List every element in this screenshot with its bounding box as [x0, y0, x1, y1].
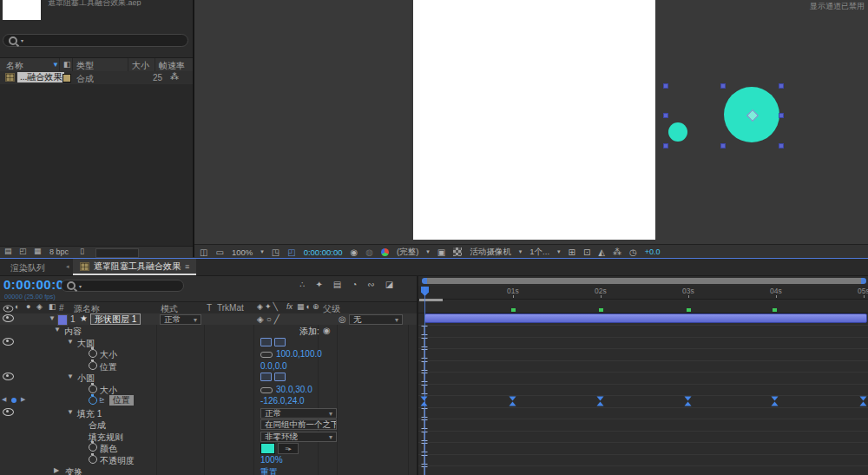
property-row-color[interactable]: 颜色 ≡▸ — [0, 442, 417, 453]
view-count-value[interactable]: 1个... — [529, 247, 549, 258]
group-blend-icons[interactable] — [260, 338, 286, 346]
column-fps[interactable]: 帧速率 — [159, 60, 185, 72]
magnification-caret[interactable]: ▾ — [260, 248, 264, 255]
new-composition-icon[interactable]: ▦ — [34, 247, 42, 255]
group-row-small-circle[interactable]: ▼ 小圆 — [0, 372, 417, 383]
property-row-size[interactable]: 大小 100.0,100.0 — [0, 348, 417, 360]
group-row-big-circle[interactable]: ▼ 大圆 — [0, 337, 417, 348]
interpret-footage-icon[interactable]: ▤ — [4, 247, 12, 255]
selection-handle[interactable] — [779, 83, 784, 89]
search-options-caret[interactable]: ▾ — [21, 37, 23, 43]
contents-label[interactable]: 内容 — [64, 326, 82, 338]
fast-previews-icon[interactable]: ◭ — [598, 247, 605, 257]
show-channel-icon[interactable] — [381, 248, 389, 256]
contents-row[interactable]: ▼ 内容 添加: ◉ — [0, 325, 417, 336]
region-of-interest-icon[interactable]: ◳ — [272, 247, 279, 257]
exposure-value[interactable]: +0.0 — [645, 247, 661, 256]
property-row-composite[interactable]: 合成 在同组中前一个之下▾ — [0, 419, 417, 430]
keyframe-icon[interactable] — [685, 397, 693, 406]
always-preview-icon[interactable]: ◫ — [200, 247, 207, 257]
magnification-value[interactable]: 100% — [232, 247, 253, 257]
property-value[interactable]: -126.0,24.0 — [260, 396, 305, 406]
keyframe-icon[interactable] — [597, 397, 605, 406]
flowchart-mini-icon[interactable]: ⁂ — [613, 247, 621, 257]
property-label-selected[interactable]: 位置 — [109, 395, 134, 406]
layer-row[interactable]: ▼ 1 ★ 形状图层 1 正常▾ ◈○╱ ◎ 无▾ — [0, 313, 417, 325]
project-item-name[interactable]: ...融合效果 — [17, 72, 64, 82]
property-row-fill-rule[interactable]: 填充规则 非零环绕▾ — [0, 431, 417, 442]
property-value[interactable]: 30.0,30.0 — [276, 385, 312, 394]
color-picker-button[interactable]: ≡▸ — [278, 443, 299, 454]
fill-rule-dropdown[interactable]: 非零环绕▾ — [260, 432, 337, 442]
stopwatch-icon[interactable] — [89, 361, 97, 370]
group-blend-icons[interactable] — [260, 373, 286, 381]
target-region-icon[interactable]: ▣ — [437, 247, 445, 257]
project-bit-depth[interactable]: 8 bpc — [49, 247, 69, 256]
resolution-value[interactable]: (完整) — [397, 247, 418, 258]
eye-icon[interactable] — [3, 314, 14, 322]
selection-handle[interactable] — [779, 113, 784, 118]
eye-icon[interactable] — [3, 408, 14, 416]
next-keyframe-icon[interactable]: ▶ — [21, 396, 25, 403]
camera-caret[interactable]: ▾ — [519, 248, 523, 255]
new-folder-icon[interactable]: ◰ — [19, 247, 27, 255]
link-dimensions-icon[interactable] — [260, 352, 273, 358]
twirl-icon[interactable]: ▼ — [67, 373, 74, 380]
reset-link[interactable]: 重置 — [260, 466, 278, 475]
column-type[interactable]: 类型 — [76, 60, 94, 72]
stopwatch-icon[interactable] — [89, 443, 97, 452]
composite-dropdown[interactable]: 在同组中前一个之下▾ — [260, 419, 337, 430]
twirl-icon[interactable]: ▼ — [67, 338, 74, 346]
selection-handle[interactable] — [663, 83, 668, 89]
property-label[interactable]: 大小 — [100, 349, 117, 361]
selection-handle[interactable] — [663, 113, 668, 118]
property-row-size-small[interactable]: 大小 30.0,30.0 — [0, 384, 417, 395]
property-value[interactable]: 100% — [260, 455, 283, 465]
twirl-icon[interactable]: ▼ — [49, 314, 56, 322]
composition-canvas[interactable] — [413, 0, 655, 240]
twirl-icon[interactable]: ▶ — [54, 466, 59, 474]
pixel-aspect-icon[interactable]: ⊡ — [583, 247, 590, 257]
link-dimensions-icon[interactable] — [260, 387, 273, 393]
twirl-icon[interactable]: ▼ — [54, 326, 61, 333]
property-label[interactable]: 合成 — [89, 419, 106, 432]
viewer-timecode[interactable]: 0:00:00:00 — [304, 247, 343, 257]
safe-margins-icon[interactable]: ◰ — [287, 247, 295, 257]
transform-label[interactable]: 变换 — [65, 466, 82, 475]
keyframe-icon[interactable] — [772, 397, 779, 406]
layer-switches-icons[interactable]: ◈○╱ — [257, 314, 282, 324]
add-shape-button[interactable]: ◉ — [323, 326, 331, 335]
fill-blend-dropdown[interactable]: 正常▾ — [260, 408, 337, 419]
property-row-opacity[interactable]: 不透明度 100% — [0, 454, 417, 465]
parent-dropdown[interactable]: 无▾ — [349, 314, 403, 325]
property-value[interactable]: 0.0,0.0 — [260, 361, 287, 371]
trash-icon[interactable]: ▯ — [80, 247, 84, 255]
transparency-grid-icon[interactable] — [453, 247, 462, 256]
small-circle-shape[interactable] — [668, 122, 687, 142]
view-count-caret[interactable]: ▾ — [557, 248, 561, 255]
property-row-position-small-selected[interactable]: ◀ ▶ ⊵ 位置 -126.0,24.0 — [0, 395, 417, 406]
stopwatch-icon[interactable] — [89, 455, 97, 464]
column-size[interactable]: 大小 — [132, 60, 149, 72]
snapshot-camera-icon[interactable]: ◉ — [351, 247, 358, 257]
selection-handle[interactable] — [720, 143, 726, 148]
keyframe-icon[interactable] — [860, 397, 868, 406]
selection-handle[interactable] — [663, 143, 668, 148]
primary-monitor-icon[interactable]: ▭ — [215, 247, 223, 257]
timeline-link-icon[interactable]: ◷ — [629, 247, 637, 257]
layer-name[interactable]: 形状图层 1 — [90, 313, 141, 325]
transform-row[interactable]: ▶ 变换 重置 — [0, 465, 417, 475]
blend-mode-dropdown[interactable]: 正常▾ — [160, 314, 201, 325]
project-item-row[interactable]: ...融合效果 合成 25 ⁂ — [0, 71, 193, 84]
sort-arrow-icon[interactable]: ▼ — [52, 61, 59, 69]
project-search-input[interactable]: ▾ — [3, 34, 188, 47]
label-column-icon[interactable]: ◧ — [63, 60, 71, 69]
eye-icon[interactable] — [3, 338, 14, 346]
stopwatch-icon[interactable] — [89, 349, 97, 358]
fill-color-swatch[interactable] — [260, 443, 275, 454]
group-row-fill[interactable]: ▼ 填充 1 正常▾ — [0, 407, 417, 419]
keyframe-at-time-icon[interactable] — [11, 398, 16, 403]
stopwatch-icon[interactable] — [89, 385, 97, 393]
property-label[interactable]: 颜色 — [100, 443, 117, 455]
eye-icon[interactable] — [3, 373, 14, 380]
